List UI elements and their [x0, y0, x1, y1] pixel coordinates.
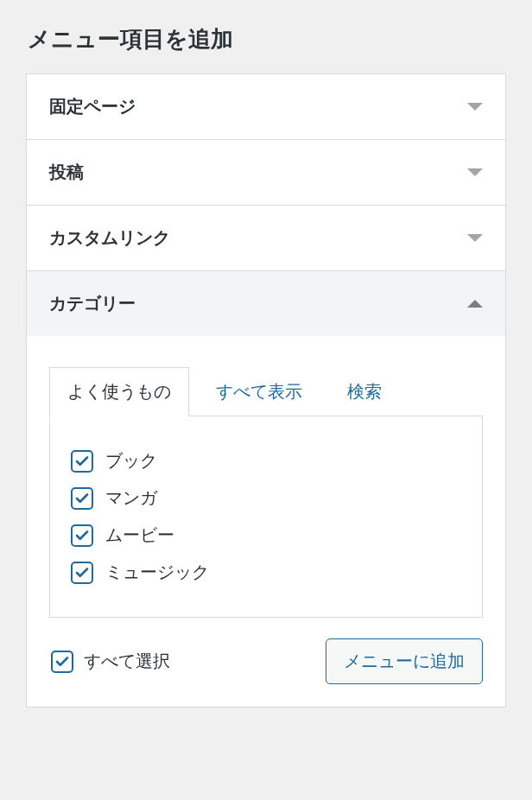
accordion-toggle-posts[interactable]: 投稿 [27, 140, 505, 205]
checkbox-category-0[interactable] [71, 450, 93, 473]
list-item: ミュージック [71, 554, 461, 591]
panel-heading: メニュー項目を追加 [0, 0, 532, 73]
caret-down-icon [467, 103, 483, 111]
accordion-toggle-categories[interactable]: カテゴリー [27, 271, 505, 336]
tabs-row: よく使うもの すべて表示 検索 [49, 367, 483, 416]
category-label: ミュージック [105, 561, 209, 584]
caret-up-icon [467, 300, 483, 308]
list-item: ムービー [71, 517, 461, 554]
select-all-label: すべて選択 [84, 650, 170, 673]
checkbox-category-1[interactable] [71, 487, 93, 510]
caret-down-icon [467, 234, 483, 242]
category-label: ムービー [105, 524, 174, 547]
check-icon [54, 654, 70, 670]
list-item: ブック [71, 442, 461, 479]
accordion-section-posts: 投稿 [27, 140, 505, 206]
select-all-group: すべて選択 [51, 650, 170, 673]
check-icon [74, 565, 90, 581]
checkbox-select-all[interactable] [51, 651, 73, 673]
category-check-list: ブック マンガ ムービー [71, 442, 461, 591]
accordion-section-pages: 固定ページ [27, 74, 505, 140]
accordion-toggle-pages[interactable]: 固定ページ [27, 74, 505, 139]
checkbox-category-2[interactable] [71, 524, 93, 547]
accordion-body-categories: よく使うもの すべて表示 検索 ブック [27, 336, 505, 707]
accordion-title-custom-links: カスタムリンク [49, 226, 170, 250]
list-item: マンガ [71, 479, 461, 517]
tab-view-all[interactable]: すべて表示 [198, 367, 320, 416]
accordion-title-categories: カテゴリー [49, 292, 136, 315]
tab-panel-most-used: ブック マンガ ムービー [49, 416, 483, 618]
accordion-section-categories: カテゴリー よく使うもの すべて表示 検索 ブック [27, 271, 505, 707]
tab-search[interactable]: 検索 [329, 367, 400, 416]
accordion-container: 固定ページ 投稿 カスタムリンク カテゴリー よく使うもの すべて表示 検索 [26, 73, 506, 708]
accordion-toggle-custom-links[interactable]: カスタムリンク [27, 206, 505, 270]
accordion-section-custom-links: カスタムリンク [27, 206, 505, 271]
accordion-title-pages: 固定ページ [49, 95, 136, 118]
category-label: ブック [105, 449, 157, 473]
check-icon [74, 528, 90, 543]
caret-down-icon [467, 168, 483, 176]
check-icon [74, 491, 90, 506]
add-to-menu-button[interactable]: メニューに追加 [326, 638, 483, 684]
accordion-title-posts: 投稿 [49, 161, 84, 184]
check-icon [74, 454, 90, 469]
panel-footer-row: すべて選択 メニューに追加 [49, 618, 483, 684]
tab-most-used[interactable]: よく使うもの [49, 367, 189, 416]
category-label: マンガ [105, 486, 157, 510]
checkbox-category-3[interactable] [71, 562, 93, 584]
